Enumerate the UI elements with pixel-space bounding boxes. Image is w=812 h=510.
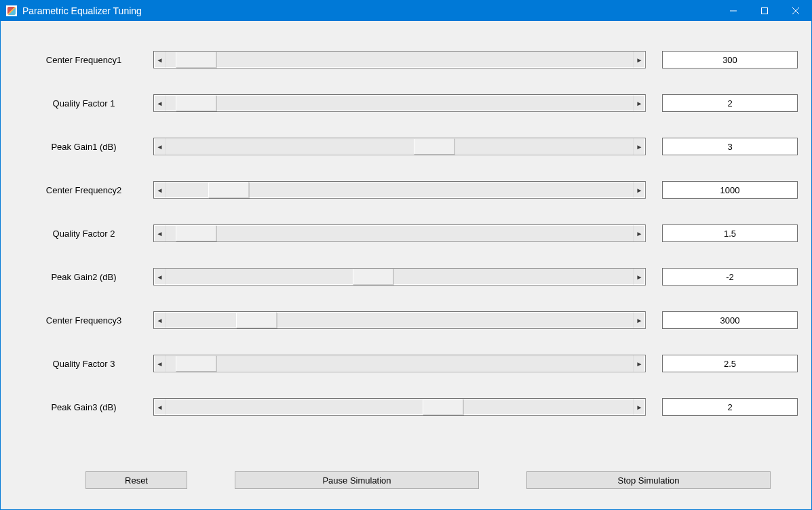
param-row: Peak Gain1 (dB) ◄ ► 3: [14, 138, 798, 155]
content-area: Center Frequency1 ◄ ► 300 Quality Factor…: [1, 21, 811, 509]
value-input[interactable]: 2.5: [662, 355, 798, 372]
slider[interactable]: ◄ ►: [153, 398, 646, 416]
slider-thumb[interactable]: [353, 269, 393, 285]
value-input[interactable]: 2: [662, 94, 798, 112]
arrow-right-icon[interactable]: ►: [633, 225, 645, 241]
param-row: Quality Factor 1 ◄ ► 2: [14, 94, 798, 112]
slider-track[interactable]: [166, 312, 633, 328]
param-label: Peak Gain2 (dB): [14, 272, 153, 282]
arrow-right-icon[interactable]: ►: [633, 138, 645, 155]
maximize-button[interactable]: [749, 1, 780, 21]
titlebar: Parametric Equalizer Tuning: [1, 1, 811, 21]
arrow-right-icon[interactable]: ►: [633, 95, 645, 111]
arrow-right-icon[interactable]: ►: [633, 182, 645, 198]
value-input[interactable]: 300: [662, 51, 798, 68]
arrow-left-icon[interactable]: ◄: [154, 182, 166, 198]
slider-thumb[interactable]: [423, 399, 463, 415]
slider[interactable]: ◄ ►: [153, 51, 646, 68]
value-input[interactable]: 2: [662, 398, 798, 416]
arrow-left-icon[interactable]: ◄: [154, 399, 166, 415]
arrow-right-icon[interactable]: ►: [633, 52, 645, 68]
arrow-left-icon[interactable]: ◄: [154, 52, 166, 68]
param-row: Center Frequency3 ◄ ► 3000: [14, 311, 798, 329]
slider-thumb[interactable]: [414, 138, 455, 155]
value-input[interactable]: 1.5: [662, 224, 798, 242]
slider-thumb[interactable]: [176, 95, 216, 111]
window-title: Parametric Equalizer Tuning: [22, 5, 142, 16]
slider-track[interactable]: [166, 138, 633, 155]
arrow-left-icon[interactable]: ◄: [154, 355, 166, 372]
slider-track[interactable]: [166, 399, 633, 415]
arrow-left-icon[interactable]: ◄: [154, 138, 166, 155]
reset-button[interactable]: Reset: [85, 471, 187, 489]
slider-track[interactable]: [166, 95, 633, 111]
svg-rect-1: [762, 8, 768, 14]
slider-track[interactable]: [166, 225, 633, 241]
slider[interactable]: ◄ ►: [153, 224, 646, 242]
param-label: Peak Gain3 (dB): [14, 402, 153, 412]
stop-simulation-button[interactable]: Stop Simulation: [526, 471, 771, 489]
slider-thumb[interactable]: [176, 52, 216, 68]
param-label: Peak Gain1 (dB): [14, 142, 153, 152]
param-label: Center Frequency1: [14, 55, 153, 65]
slider-track[interactable]: [166, 355, 633, 372]
slider[interactable]: ◄ ►: [153, 181, 646, 199]
param-label: Quality Factor 1: [14, 98, 153, 109]
param-row: Center Frequency1 ◄ ► 300: [14, 51, 798, 68]
slider-thumb[interactable]: [176, 355, 216, 372]
value-input[interactable]: 1000: [662, 181, 798, 199]
param-label: Center Frequency2: [14, 185, 153, 195]
param-row: Peak Gain2 (dB) ◄ ► -2: [14, 268, 798, 286]
app-window: Parametric Equalizer Tuning Center Frequ…: [0, 0, 812, 510]
pause-simulation-button[interactable]: Pause Simulation: [235, 471, 479, 489]
param-row: Peak Gain3 (dB) ◄ ► 2: [14, 398, 798, 416]
app-icon: [6, 5, 17, 16]
slider-track[interactable]: [166, 182, 633, 198]
close-button[interactable]: [780, 1, 811, 21]
slider[interactable]: ◄ ►: [153, 138, 646, 155]
slider-thumb[interactable]: [176, 225, 216, 241]
value-input[interactable]: 3000: [662, 311, 798, 329]
slider-track[interactable]: [166, 269, 633, 285]
arrow-right-icon[interactable]: ►: [633, 355, 645, 372]
param-row: Quality Factor 3 ◄ ► 2.5: [14, 355, 798, 372]
footer: Reset Pause Simulation Stop Simulation: [1, 471, 811, 489]
arrow-right-icon[interactable]: ►: [633, 399, 645, 415]
arrow-left-icon[interactable]: ◄: [154, 225, 166, 241]
param-row: Quality Factor 2 ◄ ► 1.5: [14, 224, 798, 242]
param-label: Center Frequency3: [14, 315, 153, 326]
slider-thumb[interactable]: [208, 182, 249, 198]
slider-track[interactable]: [166, 52, 633, 68]
arrow-right-icon[interactable]: ►: [633, 312, 645, 328]
arrow-left-icon[interactable]: ◄: [154, 95, 166, 111]
param-row: Center Frequency2 ◄ ► 1000: [14, 181, 798, 199]
slider[interactable]: ◄ ►: [153, 355, 646, 372]
param-label: Quality Factor 3: [14, 359, 153, 369]
minimize-button[interactable]: [718, 1, 749, 21]
slider[interactable]: ◄ ►: [153, 311, 646, 329]
arrow-right-icon[interactable]: ►: [633, 269, 645, 285]
slider-thumb[interactable]: [236, 312, 277, 328]
slider[interactable]: ◄ ►: [153, 94, 646, 112]
arrow-left-icon[interactable]: ◄: [154, 312, 166, 328]
param-label: Quality Factor 2: [14, 229, 153, 239]
value-input[interactable]: 3: [662, 138, 798, 155]
arrow-left-icon[interactable]: ◄: [154, 269, 166, 285]
slider[interactable]: ◄ ►: [153, 268, 646, 286]
value-input[interactable]: -2: [662, 268, 798, 286]
